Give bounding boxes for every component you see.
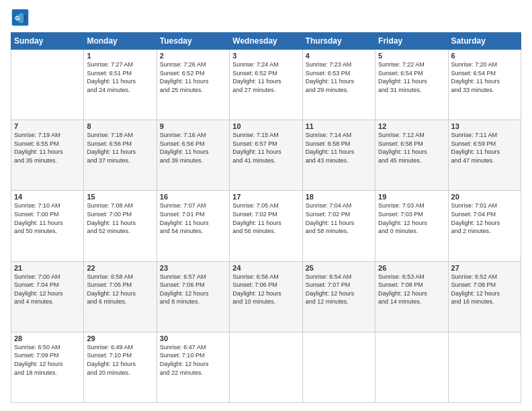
day-info: Sunrise: 7:04 AMSunset: 7:02 PMDaylight:… <box>306 201 372 235</box>
calendar-cell: 1Sunrise: 7:27 AMSunset: 6:51 PMDaylight… <box>84 50 157 120</box>
calendar-cell: 6Sunrise: 7:20 AMSunset: 6:54 PMDaylight… <box>448 50 521 120</box>
day-info: Sunrise: 7:10 AMSunset: 7:00 PMDaylight:… <box>14 201 81 235</box>
day-info: Sunrise: 6:57 AMSunset: 7:06 PMDaylight:… <box>160 273 226 306</box>
day-info: Sunrise: 7:23 AMSunset: 6:53 PMDaylight:… <box>306 60 372 94</box>
day-info: Sunrise: 7:15 AMSunset: 6:57 PMDaylight:… <box>232 131 299 165</box>
day-info: Sunrise: 7:20 AMSunset: 6:54 PMDaylight:… <box>451 60 518 94</box>
calendar-week-row: 7Sunrise: 7:19 AMSunset: 6:55 PMDaylight… <box>11 120 521 191</box>
day-info: Sunrise: 6:50 AMSunset: 7:09 PMDaylight:… <box>14 343 81 377</box>
calendar-week-row: 28Sunrise: 6:50 AMSunset: 7:09 PMDayligh… <box>11 332 521 402</box>
day-info: Sunrise: 7:07 AMSunset: 7:01 PMDaylight:… <box>160 201 226 235</box>
calendar-header-row: SundayMondayTuesdayWednesdayThursdayFrid… <box>11 33 521 50</box>
calendar-cell: 27Sunrise: 6:52 AMSunset: 7:08 PMDayligh… <box>448 261 521 332</box>
calendar-cell: 18Sunrise: 7:04 AMSunset: 7:02 PMDayligh… <box>302 191 375 261</box>
day-number: 6 <box>451 52 518 60</box>
day-info: Sunrise: 6:53 AMSunset: 7:08 PMDaylight:… <box>378 273 445 306</box>
calendar-cell: 12Sunrise: 7:12 AMSunset: 6:58 PMDayligh… <box>375 120 448 191</box>
day-number: 16 <box>160 193 226 201</box>
day-number: 13 <box>451 122 518 130</box>
day-info: Sunrise: 6:56 AMSunset: 7:06 PMDaylight:… <box>232 273 299 306</box>
calendar-cell <box>375 332 448 402</box>
day-number: 21 <box>14 264 81 272</box>
calendar-cell <box>302 332 375 402</box>
calendar-cell <box>11 50 84 120</box>
day-number: 19 <box>378 193 445 201</box>
day-number: 27 <box>451 264 518 272</box>
day-info: Sunrise: 7:22 AMSunset: 6:54 PMDaylight:… <box>378 60 445 94</box>
weekday-header-friday: Friday <box>375 33 448 50</box>
day-info: Sunrise: 7:12 AMSunset: 6:58 PMDaylight:… <box>378 131 445 165</box>
calendar-week-row: 1Sunrise: 7:27 AMSunset: 6:51 PMDaylight… <box>11 50 521 120</box>
calendar-cell: 24Sunrise: 6:56 AMSunset: 7:06 PMDayligh… <box>230 261 302 332</box>
calendar-cell: 29Sunrise: 6:49 AMSunset: 7:10 PMDayligh… <box>84 332 157 402</box>
calendar-cell: 30Sunrise: 6:47 AMSunset: 7:10 PMDayligh… <box>157 332 229 402</box>
calendar-cell: 20Sunrise: 7:01 AMSunset: 7:04 PMDayligh… <box>448 191 521 261</box>
calendar-cell: 15Sunrise: 7:08 AMSunset: 7:00 PMDayligh… <box>84 191 157 261</box>
calendar-cell: 19Sunrise: 7:03 AMSunset: 7:03 PMDayligh… <box>375 191 448 261</box>
calendar-cell <box>230 332 302 402</box>
day-number: 20 <box>451 193 518 201</box>
day-info: Sunrise: 7:00 AMSunset: 7:04 PMDaylight:… <box>14 273 81 306</box>
calendar-cell: 3Sunrise: 7:24 AMSunset: 6:52 PMDaylight… <box>230 50 302 120</box>
day-number: 14 <box>14 193 81 201</box>
day-number: 26 <box>378 264 445 272</box>
day-info: Sunrise: 7:11 AMSunset: 6:59 PMDaylight:… <box>451 131 518 165</box>
calendar-cell: 11Sunrise: 7:14 AMSunset: 6:58 PMDayligh… <box>302 120 375 191</box>
calendar-cell: 23Sunrise: 6:57 AMSunset: 7:06 PMDayligh… <box>157 261 229 332</box>
day-info: Sunrise: 7:08 AMSunset: 7:00 PMDaylight:… <box>87 201 153 235</box>
calendar-cell: 5Sunrise: 7:22 AMSunset: 6:54 PMDaylight… <box>375 50 448 120</box>
header: G <box>11 8 521 27</box>
calendar-cell: 25Sunrise: 6:54 AMSunset: 7:07 PMDayligh… <box>302 261 375 332</box>
day-number: 30 <box>160 334 226 342</box>
calendar-cell: 16Sunrise: 7:07 AMSunset: 7:01 PMDayligh… <box>157 191 229 261</box>
calendar-cell: 2Sunrise: 7:26 AMSunset: 6:52 PMDaylight… <box>157 50 229 120</box>
day-number: 4 <box>306 52 372 60</box>
day-info: Sunrise: 7:16 AMSunset: 6:56 PMDaylight:… <box>160 131 226 165</box>
day-number: 24 <box>232 264 299 272</box>
day-number: 3 <box>232 52 299 60</box>
calendar-cell: 26Sunrise: 6:53 AMSunset: 7:08 PMDayligh… <box>375 261 448 332</box>
day-info: Sunrise: 7:26 AMSunset: 6:52 PMDaylight:… <box>160 60 226 94</box>
day-number: 10 <box>232 122 299 130</box>
day-number: 7 <box>14 122 81 130</box>
day-number: 8 <box>87 122 153 130</box>
weekday-header-tuesday: Tuesday <box>157 33 229 50</box>
calendar-cell: 21Sunrise: 7:00 AMSunset: 7:04 PMDayligh… <box>11 261 84 332</box>
day-info: Sunrise: 6:49 AMSunset: 7:10 PMDaylight:… <box>87 343 153 377</box>
day-number: 12 <box>378 122 445 130</box>
calendar-cell: 4Sunrise: 7:23 AMSunset: 6:53 PMDaylight… <box>302 50 375 120</box>
calendar-table: SundayMondayTuesdayWednesdayThursdayFrid… <box>11 32 521 403</box>
day-info: Sunrise: 6:54 AMSunset: 7:07 PMDaylight:… <box>306 273 372 306</box>
day-number: 18 <box>306 193 372 201</box>
page: G SundayMondayTuesdayWednesdayThursdayFr… <box>0 0 532 411</box>
day-number: 1 <box>87 52 153 60</box>
calendar-week-row: 14Sunrise: 7:10 AMSunset: 7:00 PMDayligh… <box>11 191 521 261</box>
calendar-cell: 22Sunrise: 6:58 AMSunset: 7:05 PMDayligh… <box>84 261 157 332</box>
day-number: 5 <box>378 52 445 60</box>
calendar-cell: 10Sunrise: 7:15 AMSunset: 6:57 PMDayligh… <box>230 120 302 191</box>
day-info: Sunrise: 7:24 AMSunset: 6:52 PMDaylight:… <box>232 60 299 94</box>
day-info: Sunrise: 7:03 AMSunset: 7:03 PMDaylight:… <box>378 201 445 235</box>
calendar-cell: 13Sunrise: 7:11 AMSunset: 6:59 PMDayligh… <box>448 120 521 191</box>
day-info: Sunrise: 7:27 AMSunset: 6:51 PMDaylight:… <box>87 60 153 94</box>
weekday-header-wednesday: Wednesday <box>230 33 302 50</box>
calendar-cell: 28Sunrise: 6:50 AMSunset: 7:09 PMDayligh… <box>11 332 84 402</box>
day-number: 17 <box>232 193 299 201</box>
day-number: 15 <box>87 193 153 201</box>
day-number: 22 <box>87 264 153 272</box>
weekday-header-saturday: Saturday <box>448 33 521 50</box>
calendar-cell: 8Sunrise: 7:18 AMSunset: 6:56 PMDaylight… <box>84 120 157 191</box>
logo: G <box>11 8 32 27</box>
calendar-cell: 7Sunrise: 7:19 AMSunset: 6:55 PMDaylight… <box>11 120 84 191</box>
day-number: 29 <box>87 334 153 342</box>
calendar-cell: 17Sunrise: 7:05 AMSunset: 7:02 PMDayligh… <box>230 191 302 261</box>
weekday-header-sunday: Sunday <box>11 33 84 50</box>
day-info: Sunrise: 6:58 AMSunset: 7:05 PMDaylight:… <box>87 273 153 306</box>
day-info: Sunrise: 7:05 AMSunset: 7:02 PMDaylight:… <box>232 201 299 235</box>
day-info: Sunrise: 6:52 AMSunset: 7:08 PMDaylight:… <box>451 273 518 306</box>
weekday-header-monday: Monday <box>84 33 157 50</box>
day-number: 11 <box>306 122 372 130</box>
day-number: 28 <box>14 334 81 342</box>
day-number: 2 <box>160 52 226 60</box>
calendar-cell: 9Sunrise: 7:16 AMSunset: 6:56 PMDaylight… <box>157 120 229 191</box>
